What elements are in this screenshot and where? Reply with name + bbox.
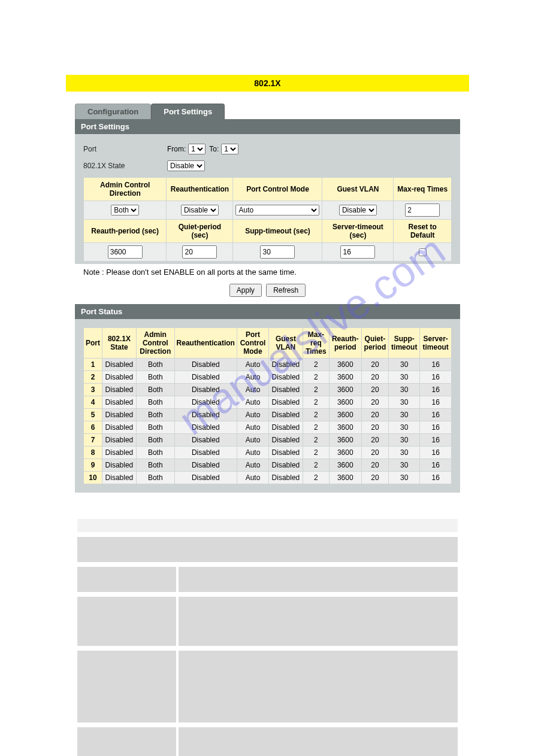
status-cell: 20 xyxy=(362,371,389,383)
tabs: Configuration Port Settings xyxy=(75,104,460,119)
note: Note : Please don't set ENABLE on all po… xyxy=(75,264,460,280)
status-cell: 16 xyxy=(420,459,451,471)
state-row: 802.1X State Disable xyxy=(83,160,452,171)
state-select[interactable]: Disable xyxy=(167,160,205,171)
status-cell: 16 xyxy=(420,434,451,446)
th-admin-control: Admin Control Direction xyxy=(84,178,166,201)
max-req-input[interactable] xyxy=(405,204,440,217)
server-timeout-input[interactable] xyxy=(340,245,375,259)
skeleton-table xyxy=(75,517,460,756)
table-row: 5DisabledBothDisabledAutoDisabled2360020… xyxy=(84,409,451,421)
status-cell: Both xyxy=(137,447,174,459)
guest-vlan-select[interactable]: Disable xyxy=(339,205,377,215)
status-cell: 20 xyxy=(362,421,389,433)
status-cell: Disabled xyxy=(175,447,237,459)
status-cell: Disabled xyxy=(102,421,136,433)
from-select[interactable]: 1 xyxy=(188,144,205,154)
status-cell: Auto xyxy=(237,371,268,383)
status-cell: 16 xyxy=(420,396,451,408)
status-cell: 20 xyxy=(362,409,389,421)
th-quiet-period: Quiet-period (sec) xyxy=(167,220,232,242)
status-cell: 3600 xyxy=(330,384,361,396)
status-cell: Disabled xyxy=(102,409,136,421)
apply-button[interactable]: Apply xyxy=(229,284,262,297)
status-cell: 16 xyxy=(420,371,451,383)
port-control-select[interactable]: Auto xyxy=(235,205,319,215)
status-cell: 30 xyxy=(389,359,419,371)
supp-timeout-input[interactable] xyxy=(260,245,295,259)
status-cell: Both xyxy=(137,459,174,471)
status-cell: 2 xyxy=(303,447,329,459)
sth-admin: Admin Control Direction xyxy=(137,328,174,358)
reauth-period-input[interactable] xyxy=(108,245,143,259)
status-cell: Both xyxy=(137,472,174,484)
port-label: Port xyxy=(83,145,167,153)
status-cell: Disabled xyxy=(102,459,136,471)
sth-server-t: Server-timeout xyxy=(420,328,451,358)
port-cell: 8 xyxy=(84,447,102,459)
status-cell: 3600 xyxy=(330,421,361,433)
status-cell: 3600 xyxy=(330,459,361,471)
status-cell: Both xyxy=(137,434,174,446)
status-cell: 16 xyxy=(420,421,451,433)
status-cell: 3600 xyxy=(330,359,361,371)
status-cell: Auto xyxy=(237,409,268,421)
reauth-select[interactable]: Disable xyxy=(181,205,219,215)
status-cell: Disabled xyxy=(175,359,237,371)
tab-port-settings[interactable]: Port Settings xyxy=(151,104,225,119)
port-cell: 3 xyxy=(84,384,102,396)
status-cell: 2 xyxy=(303,421,329,433)
table-row: 8DisabledBothDisabledAutoDisabled2360020… xyxy=(84,447,451,459)
status-cell: 3600 xyxy=(330,434,361,446)
refresh-button[interactable]: Refresh xyxy=(266,284,306,297)
status-cell: Disabled xyxy=(102,384,136,396)
status-cell: 2 xyxy=(303,396,329,408)
status-cell: 3600 xyxy=(330,396,361,408)
status-cell: 20 xyxy=(362,434,389,446)
status-cell: 30 xyxy=(389,371,419,383)
to-label: To: xyxy=(209,145,219,153)
status-cell: 20 xyxy=(362,396,389,408)
status-cell: Disabled xyxy=(269,396,303,408)
port-cell: 5 xyxy=(84,409,102,421)
status-cell: 20 xyxy=(362,472,389,484)
tab-configuration[interactable]: Configuration xyxy=(75,104,151,119)
port-settings-body: Port From: 1 To: 1 802.1X State Disable … xyxy=(75,134,460,264)
quiet-period-input[interactable] xyxy=(182,245,217,259)
table-row: 9DisabledBothDisabledAutoDisabled2360020… xyxy=(84,459,451,471)
sth-max: Max-req Times xyxy=(303,328,329,358)
table-row: 3DisabledBothDisabledAutoDisabled2360020… xyxy=(84,384,451,396)
status-cell: Disabled xyxy=(175,371,237,383)
status-cell: Disabled xyxy=(175,459,237,471)
status-cell: Auto xyxy=(237,396,268,408)
table-row: 10DisabledBothDisabledAutoDisabled236002… xyxy=(84,472,451,484)
status-cell: Auto xyxy=(237,447,268,459)
status-cell: Both xyxy=(137,421,174,433)
status-cell: Disabled xyxy=(269,371,303,383)
port-cell: 4 xyxy=(84,396,102,408)
sth-supp-t: Supp-timeout xyxy=(389,328,419,358)
table-row: 4DisabledBothDisabledAutoDisabled2360020… xyxy=(84,396,451,408)
status-cell: Disabled xyxy=(269,434,303,446)
sth-mode: Port Control Mode xyxy=(237,328,268,358)
th-guest-vlan: Guest VLAN xyxy=(322,178,393,201)
status-cell: Disabled xyxy=(175,384,237,396)
status-cell: 2 xyxy=(303,434,329,446)
button-row: Apply Refresh xyxy=(75,280,460,304)
status-cell: 3600 xyxy=(330,371,361,383)
status-cell: 16 xyxy=(420,384,451,396)
status-cell: Disabled xyxy=(175,421,237,433)
status-cell: 16 xyxy=(420,447,451,459)
status-cell: Disabled xyxy=(269,421,303,433)
to-select[interactable]: 1 xyxy=(221,144,238,154)
admin-control-select[interactable]: Both xyxy=(111,205,139,215)
status-cell: Both xyxy=(137,384,174,396)
table-row: 2DisabledBothDisabledAutoDisabled2360020… xyxy=(84,371,451,383)
sth-guest: Guest VLAN xyxy=(269,328,303,358)
reset-checkbox[interactable] xyxy=(419,248,427,256)
from-label: From: xyxy=(167,145,186,153)
status-cell: Disabled xyxy=(102,396,136,408)
status-cell: 20 xyxy=(362,359,389,371)
settings-table: Admin Control Direction Reauthentication… xyxy=(83,177,452,262)
section-port-settings-header: Port Settings xyxy=(75,119,460,134)
